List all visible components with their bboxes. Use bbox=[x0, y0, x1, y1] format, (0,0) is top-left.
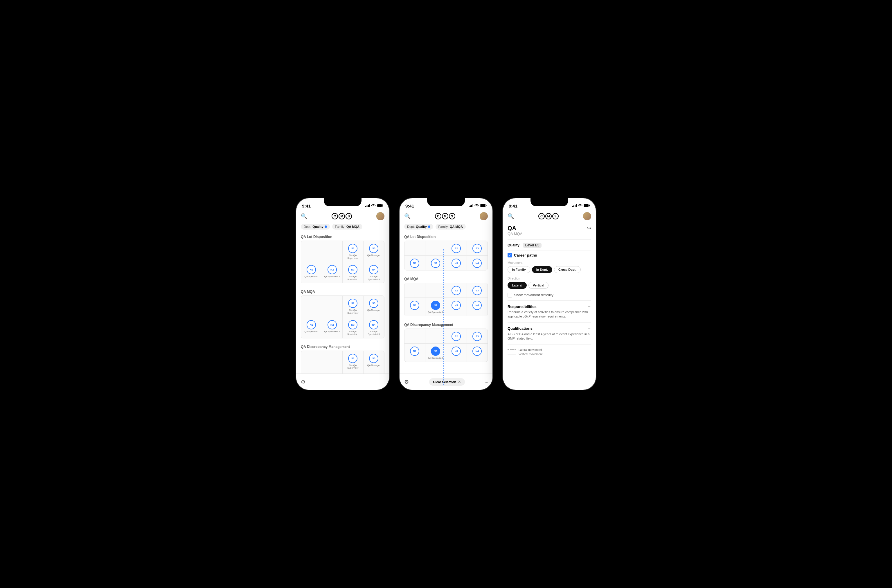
family-filter-2[interactable]: Family: QA MQA bbox=[435, 224, 466, 230]
career-paths-checkbox[interactable]: ✓ bbox=[508, 253, 512, 257]
dept-filter-1[interactable]: Dept: Quality bbox=[301, 224, 330, 230]
empty-6 bbox=[322, 351, 343, 372]
node-s3-1[interactable]: S3 QA Manager bbox=[363, 241, 384, 262]
avatar-3[interactable] bbox=[583, 212, 591, 220]
circle-s2-1[interactable]: S2 bbox=[348, 244, 357, 253]
node-s3-p2-2[interactable]: S3 bbox=[467, 283, 488, 297]
clear-selection-button[interactable]: Clear Selection ✕ bbox=[429, 378, 465, 386]
node-n1-p2-1[interactable]: N1 bbox=[404, 256, 425, 270]
node-s3-2[interactable]: S3 QA Manager bbox=[363, 296, 384, 316]
node-n1-2[interactable]: N1 QA Specialist bbox=[301, 317, 322, 338]
svg-rect-5 bbox=[377, 204, 382, 207]
circle-n1-2[interactable]: N1 bbox=[306, 320, 316, 329]
menu-icon[interactable]: ≡ bbox=[485, 380, 488, 384]
node-n3-1[interactable]: N3 Snr QA Specialist I bbox=[342, 262, 363, 283]
circle-s3-p2-2[interactable]: S3 bbox=[472, 286, 482, 295]
section-grid-p2-2: S2 S3 N1 N2 QA Specialist II N3 bbox=[404, 283, 488, 316]
circle-s2-2[interactable]: S2 bbox=[348, 298, 357, 308]
detail-subtitle: QA MQA bbox=[508, 232, 523, 236]
circle-s2-p2-1[interactable]: S2 bbox=[452, 244, 461, 253]
show-movement-checkbox[interactable] bbox=[508, 293, 512, 297]
circle-n1-p2-1[interactable]: N1 bbox=[410, 259, 419, 268]
wifi-icon-3 bbox=[578, 204, 583, 208]
node-n3-p2-3[interactable]: N3 bbox=[446, 344, 467, 362]
circle-n3-p2-1[interactable]: N3 bbox=[452, 259, 461, 268]
node-n2-2[interactable]: N2 QA Specialist II bbox=[322, 317, 343, 338]
circle-n2-p2-1[interactable]: N2 bbox=[431, 259, 440, 268]
family-filter-1[interactable]: Family: QA MQA bbox=[332, 224, 362, 230]
node-n3-p2-2[interactable]: N3 bbox=[446, 298, 467, 316]
node-n4-p2-3[interactable]: N4 bbox=[467, 344, 488, 362]
upper-row-2: S2 Snr QA Supervisor S3 QA Manager bbox=[301, 296, 384, 317]
circle-n2-2[interactable]: N2 bbox=[327, 320, 337, 329]
circle-n2-p2-3b[interactable]: N2 bbox=[431, 346, 440, 356]
search-button-3[interactable]: 🔍 bbox=[508, 213, 514, 219]
pill-cross-dept[interactable]: Cross Dept. bbox=[554, 266, 581, 273]
pill-in-dept[interactable]: In Dept. bbox=[532, 266, 552, 273]
node-n2-p2-1[interactable]: N2 bbox=[425, 256, 446, 270]
circle-n2-p2-3a[interactable]: N2 bbox=[410, 346, 419, 356]
detail-action-icon[interactable]: ↪ bbox=[587, 225, 591, 231]
node-n4-p2-1[interactable]: N4 bbox=[467, 256, 488, 270]
circle-s2-3[interactable]: S2 bbox=[348, 354, 357, 363]
dept-label-2: Dept: bbox=[407, 225, 414, 228]
pill-vertical[interactable]: Vertical bbox=[529, 282, 548, 289]
qual-header[interactable]: Qualifications → bbox=[508, 326, 591, 331]
node-n4-1[interactable]: N4 Snr QA Specialist II bbox=[363, 262, 384, 283]
avatar-1[interactable] bbox=[376, 212, 384, 220]
node-s3-3[interactable]: S3 QA Manager bbox=[363, 351, 384, 372]
search-button-1[interactable]: 🔍 bbox=[301, 213, 307, 219]
node-s2-3[interactable]: S2 Snr QA Supervisor bbox=[342, 351, 363, 372]
dept-filter-2[interactable]: Dept: Quality bbox=[404, 224, 433, 230]
circle-n3-p2-2[interactable]: N3 bbox=[452, 301, 461, 310]
circle-n4-1[interactable]: N4 bbox=[369, 265, 378, 274]
node-s2-1[interactable]: S2 Snr QA Supervisor bbox=[342, 241, 363, 262]
svg-rect-21 bbox=[589, 205, 590, 206]
circle-n4-p2-1[interactable]: N4 bbox=[472, 259, 482, 268]
node-n1-p2-2[interactable]: N1 bbox=[404, 298, 425, 316]
node-n2-1[interactable]: N2 QA Specialist II bbox=[322, 262, 343, 283]
circle-n4-p2-3[interactable]: N4 bbox=[472, 346, 482, 356]
node-n2-p2-3b-selected[interactable]: N2 QA Specialist II bbox=[425, 344, 446, 362]
node-n3-p2-1[interactable]: N3 bbox=[446, 256, 467, 270]
circle-s3-p2-3[interactable]: S3 bbox=[472, 332, 482, 341]
avatar-2[interactable] bbox=[480, 212, 488, 220]
node-n2-p2-3a[interactable]: N2 bbox=[404, 344, 425, 362]
circle-s3-2[interactable]: S3 bbox=[369, 298, 378, 308]
node-s2-2[interactable]: S2 Snr QA Supervisor bbox=[342, 296, 363, 316]
settings-icon-2[interactable]: ⚙ bbox=[404, 379, 409, 385]
node-n3-2[interactable]: N3 Snr QA Specialist I bbox=[342, 317, 363, 338]
settings-icon-1[interactable]: ⚙ bbox=[301, 379, 305, 385]
circle-s3-p2-1[interactable]: S3 bbox=[472, 244, 482, 253]
node-n4-p2-2[interactable]: N4 bbox=[467, 298, 488, 316]
node-s2-p2-3[interactable]: S2 bbox=[446, 329, 467, 344]
wifi-icon-1 bbox=[371, 204, 376, 208]
resp-header[interactable]: Responsibilities → bbox=[508, 304, 591, 309]
node-s2-p2-2[interactable]: S2 bbox=[446, 283, 467, 297]
circle-s3-3[interactable]: S3 bbox=[369, 354, 378, 363]
circle-s2-p2-2[interactable]: S2 bbox=[452, 286, 461, 295]
circle-n2-p2-2-selected[interactable]: N2 bbox=[431, 301, 440, 310]
logo-m: M bbox=[339, 213, 345, 219]
node-s3-p2-3[interactable]: S3 bbox=[467, 329, 488, 344]
circle-n1-1[interactable]: N1 bbox=[306, 265, 316, 274]
circle-n3-2[interactable]: N3 bbox=[348, 320, 357, 329]
node-n4-2[interactable]: N4 Snr QA Specialist II bbox=[363, 317, 384, 338]
circle-s2-p2-3[interactable]: S2 bbox=[452, 332, 461, 341]
node-s2-p2-1[interactable]: S2 bbox=[446, 241, 467, 255]
node-n1-1[interactable]: N1 QA Specialist bbox=[301, 262, 322, 283]
pill-in-family[interactable]: In Family bbox=[508, 266, 530, 273]
circle-n2-1[interactable]: N2 bbox=[327, 265, 337, 274]
circle-n1-p2-2[interactable]: N1 bbox=[410, 301, 419, 310]
circle-n3-p2-3[interactable]: N3 bbox=[452, 346, 461, 356]
node-n2-p2-2-selected[interactable]: N2 QA Specialist II bbox=[425, 298, 446, 316]
circle-n3-1[interactable]: N3 bbox=[348, 265, 357, 274]
pill-lateral[interactable]: Lateral bbox=[508, 282, 527, 289]
dept-label-1: Dept: bbox=[304, 225, 311, 228]
circle-n4-p2-2[interactable]: N4 bbox=[472, 301, 482, 310]
svg-rect-20 bbox=[584, 204, 589, 207]
search-button-2[interactable]: 🔍 bbox=[404, 213, 411, 219]
circle-n4-2[interactable]: N4 bbox=[369, 320, 378, 329]
circle-s3-1[interactable]: S3 bbox=[369, 244, 378, 253]
node-s3-p2-1[interactable]: S3 bbox=[467, 241, 488, 255]
